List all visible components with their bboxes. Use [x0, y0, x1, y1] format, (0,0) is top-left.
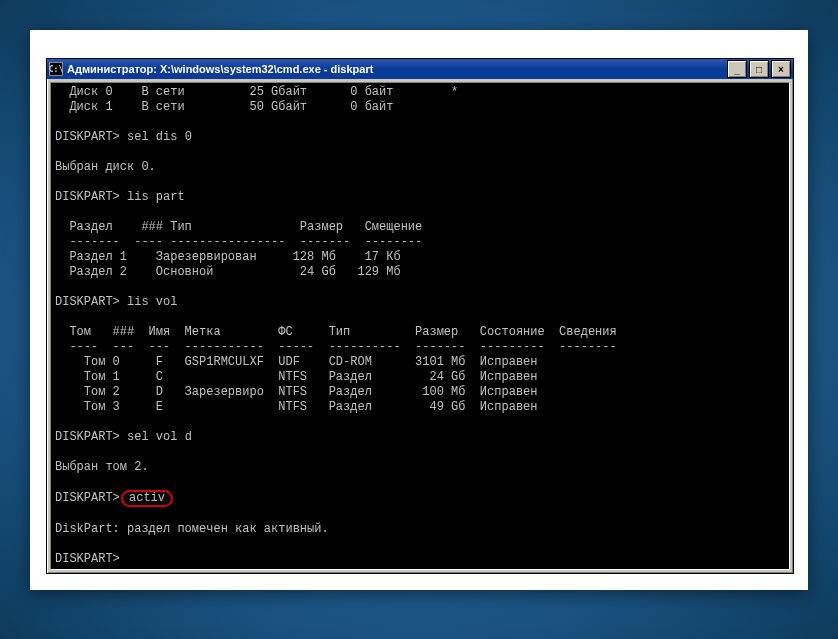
prompt: DISKPART> [55, 430, 127, 444]
cmd-sel-dis: sel dis 0 [127, 130, 192, 144]
prompt: DISKPART> [55, 190, 127, 204]
titlebar[interactable]: C:\ Администратор: X:\windows\system32\c… [47, 59, 793, 79]
prompt-final: DISKPART> [55, 552, 127, 566]
vol-rule: ---- --- --- ----------- ----- ---------… [55, 340, 617, 354]
prompt: DISKPART> [55, 130, 127, 144]
part-row-2: Раздел 2 Основной 24 Gб 129 Мб [55, 265, 401, 279]
prompt: DISKPART> [55, 295, 127, 309]
resp-sel-vol: Выбран том 2. [55, 460, 149, 474]
cmd-window: C:\ Администратор: X:\windows\system32\c… [46, 58, 794, 574]
disk-list-row-1: Диск 1 В сети 50 Gбайт 0 байт [55, 100, 393, 114]
cmd-sel-vol: sel vol d [127, 430, 192, 444]
vol-header: Том ### Имя Метка ФС Тип Размер Состояни… [55, 325, 617, 339]
part-row-1: Раздел 1 Зарезервирован 128 Мб 17 Кб [55, 250, 401, 264]
part-rule: ------- ---- ---------------- ------- --… [55, 235, 422, 249]
vol-row-3: Том 3 E NTFS Раздел 49 Gб Исправен [55, 400, 537, 414]
resp-sel-dis: Выбран диск 0. [55, 160, 156, 174]
close-button[interactable]: × [771, 60, 791, 78]
cmd-lis-part: lis part [127, 190, 185, 204]
console-output[interactable]: Диск 0 В сети 25 Gбайт 0 байт * Диск 1 В… [50, 82, 790, 570]
cmd-activ-highlighted: activ [121, 490, 173, 507]
window-controls: _ □ × [727, 60, 791, 78]
minimize-button[interactable]: _ [727, 60, 747, 78]
vol-row-0: Том 0 F GSP1RMCULXF UDF CD-ROM 3101 Мб И… [55, 355, 537, 369]
cmd-icon: C:\ [49, 62, 63, 76]
maximize-button[interactable]: □ [749, 60, 769, 78]
window-title: Администратор: X:\windows\system32\cmd.e… [67, 63, 727, 75]
vol-row-1: Том 1 C NTFS Раздел 24 Gб Исправен [55, 370, 537, 384]
part-header: Раздел ### Тип Размер Смещение [55, 220, 422, 234]
disk-list-row-0: Диск 0 В сети 25 Gбайт 0 байт * [55, 85, 458, 99]
resp-activ: DiskPart: раздел помечен как активный. [55, 522, 329, 536]
cmd-lis-vol: lis vol [127, 295, 177, 309]
prompt: DISKPART> [55, 491, 127, 505]
vol-row-2: Том 2 D Зарезервиро NTFS Раздел 100 Мб И… [55, 385, 537, 399]
